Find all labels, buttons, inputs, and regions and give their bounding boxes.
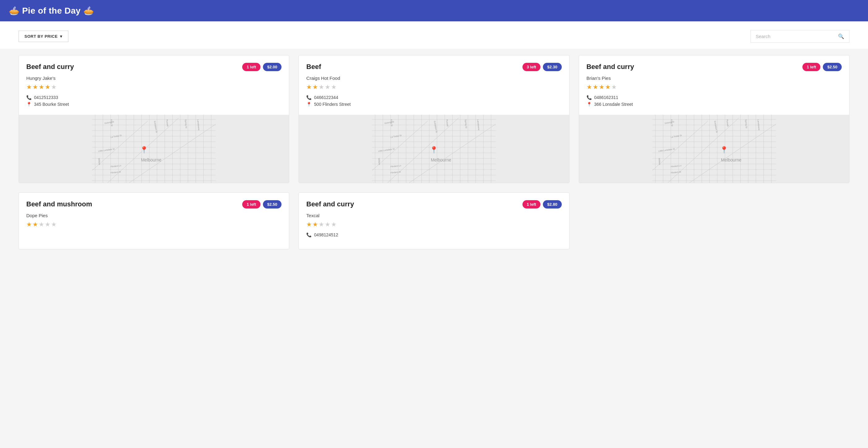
star-full: ★: [45, 83, 51, 91]
search-box: 🔍: [750, 30, 849, 43]
star-rating: ★★★★★: [587, 83, 842, 91]
phone-number: 0486162311: [594, 95, 618, 100]
svg-text:Russell: Russell: [726, 119, 729, 126]
svg-text:Spring St: Spring St: [464, 119, 467, 128]
card-header: Beef 3 left $2.30: [306, 63, 561, 71]
svg-text:Russell: Russell: [446, 119, 449, 126]
star-rating: ★★★★★: [26, 83, 281, 91]
card-vendor: Brian's Pies: [587, 76, 842, 81]
svg-text:Exhibition St: Exhibition St: [714, 121, 718, 133]
svg-text:Little Lonsdale St: Little Lonsdale St: [98, 148, 115, 152]
svg-text:Exhibition St: Exhibition St: [154, 121, 158, 133]
phone-number: 0412512333: [34, 95, 58, 100]
card-title: Beef and curry: [306, 200, 354, 208]
phone-icon: 📞: [587, 95, 592, 100]
badge-price: $2.00: [263, 63, 282, 71]
card-badges: 3 left $2.30: [523, 63, 562, 71]
card-info: 📞 0466122344 📍 500 Flinders Street: [306, 95, 561, 109]
address-text: 345 Bourke Street: [34, 102, 69, 107]
badge-price: $2.30: [543, 63, 562, 71]
svg-text:Flinders St: Flinders St: [391, 171, 401, 174]
svg-text:Flinders Ln: Flinders Ln: [111, 164, 121, 168]
address-row: 📍 500 Flinders Street: [306, 102, 561, 107]
card-info: 📞 0412512333 📍 345 Bourke Street: [26, 95, 281, 109]
app-title: 🥧 Pie of the Day 🥧: [9, 6, 94, 16]
star-empty: ★: [331, 83, 337, 91]
main-content: Beef and curry 1 left $2.00 Hungry Jake'…: [0, 49, 868, 262]
star-full: ★: [32, 220, 38, 228]
map-container: Victoria StLa Trobe StLittle Lonsdale St…: [19, 115, 289, 183]
card-badges: 1 left $2.50: [802, 63, 842, 71]
badge-left: 3 left: [523, 63, 540, 71]
svg-text:La Trobe St: La Trobe St: [391, 134, 402, 138]
pin-icon: 📍: [587, 102, 592, 107]
svg-text:Little Lonsdale St: Little Lonsdale St: [658, 148, 675, 152]
star-empty: ★: [45, 220, 51, 228]
star-full: ★: [26, 220, 32, 228]
card-header: Beef and mushroom 1 left $2.50: [26, 200, 281, 209]
badge-left: 1 left: [802, 63, 820, 71]
card-title: Beef: [306, 63, 321, 71]
search-input[interactable]: [756, 34, 835, 39]
map-container: Victoria StLa Trobe StLittle Lonsdale St…: [299, 115, 569, 183]
svg-text:Flinders Ln: Flinders Ln: [391, 164, 401, 168]
star-full: ★: [312, 83, 318, 91]
card-vendor: Texcal: [306, 213, 561, 218]
svg-line-117: [668, 118, 739, 183]
badge-price: $2.50: [263, 200, 282, 209]
pin-icon: 📍: [306, 102, 311, 107]
star-full: ★: [306, 83, 312, 91]
svg-text:Melbourne: Melbourne: [141, 157, 161, 162]
pie-card[interactable]: Beef and curry 1 left $2.50 Brian's Pies…: [579, 55, 849, 183]
star-full: ★: [593, 83, 598, 91]
star-empty: ★: [325, 83, 330, 91]
phone-number: 0466122344: [314, 95, 338, 100]
phone-icon: 📞: [306, 95, 311, 100]
search-icon: 🔍: [838, 33, 844, 39]
svg-text:Russell: Russell: [166, 119, 169, 126]
pin-icon: 📍: [26, 102, 32, 107]
star-full: ★: [605, 83, 611, 91]
pie-card[interactable]: Beef and curry 1 left $2.00 Hungry Jake'…: [19, 55, 289, 183]
card-badges: 1 left $2.00: [242, 63, 281, 71]
svg-text:Little Lonsdale St: Little Lonsdale St: [378, 148, 395, 152]
pie-card[interactable]: Beef and curry 1 left $2.80 Texcal ★★★★★…: [299, 192, 569, 249]
cards-grid: Beef and curry 1 left $2.00 Hungry Jake'…: [19, 55, 849, 183]
star-empty: ★: [51, 83, 57, 91]
star-empty: ★: [331, 220, 337, 228]
star-empty: ★: [611, 83, 617, 91]
card-badges: 1 left $2.80: [523, 200, 562, 209]
card-info: 📞 0498124512: [306, 232, 561, 237]
svg-text:Melbourne: Melbourne: [721, 157, 741, 162]
card-header: Beef and curry 1 left $2.50: [587, 63, 842, 71]
phone-icon: 📞: [306, 232, 311, 237]
toolbar: SORT BY PRICE ▾ 🔍: [0, 21, 868, 49]
card-vendor: Craigs Hot Food: [306, 76, 561, 81]
star-rating: ★★★★★: [306, 220, 561, 228]
sort-button[interactable]: SORT BY PRICE ▾: [19, 31, 68, 42]
star-rating: ★★★★★: [26, 220, 281, 228]
badge-price: $2.50: [823, 63, 842, 71]
pie-card[interactable]: Beef and mushroom 1 left $2.50 Dope Pies…: [19, 192, 289, 249]
phone-row: 📞 0498124512: [306, 232, 561, 237]
address-row: 📍 345 Bourke Street: [26, 102, 281, 107]
map-container: Victoria StLa Trobe StLittle Lonsdale St…: [579, 115, 849, 183]
phone-row: 📞 0486162311: [587, 95, 842, 100]
phone-icon: 📞: [26, 95, 32, 100]
app-header: 🥧 Pie of the Day 🥧: [0, 0, 868, 21]
address-row: 📍 366 Lonsdale Street: [587, 102, 842, 107]
cards-grid-bottom: Beef and mushroom 1 left $2.50 Dope Pies…: [19, 192, 849, 249]
card-vendor: Dope Pies: [26, 213, 281, 218]
pie-card[interactable]: Beef 3 left $2.30 Craigs Hot Food ★★★★★ …: [299, 55, 569, 183]
svg-text:Flinders Ln: Flinders Ln: [671, 164, 681, 168]
svg-text:Spring St: Spring St: [744, 119, 747, 128]
badge-left: 1 left: [242, 200, 260, 209]
star-empty: ★: [319, 83, 324, 91]
sort-arrow-icon: ▾: [60, 34, 62, 39]
phone-row: 📞 0466122344: [306, 95, 561, 100]
star-full: ★: [587, 83, 592, 91]
card-title: Beef and mushroom: [26, 200, 92, 208]
svg-text:La Trobe St: La Trobe St: [111, 134, 122, 138]
star-empty: ★: [39, 220, 44, 228]
svg-text:Spring St: Spring St: [184, 119, 187, 128]
